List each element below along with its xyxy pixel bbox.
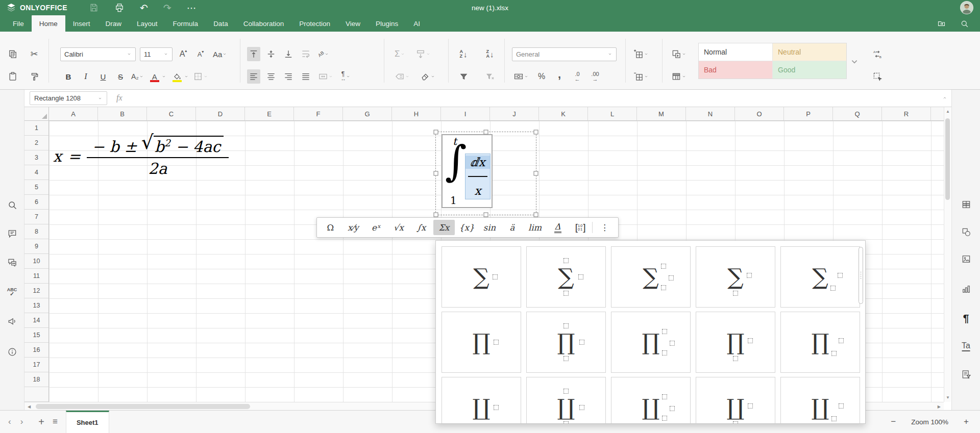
- cell-style-normal[interactable]: Normal: [699, 43, 772, 61]
- add-sheet-icon[interactable]: +: [38, 416, 44, 428]
- row-header-1[interactable]: 1: [24, 121, 48, 136]
- paste-button[interactable]: [6, 69, 19, 84]
- gallery-scroll-thumb[interactable]: [859, 247, 863, 304]
- align-middle-button[interactable]: [264, 47, 278, 61]
- operator-template-plain[interactable]: ∐: [442, 377, 521, 424]
- select-all-corner[interactable]: [24, 107, 49, 121]
- operator-template-plain[interactable]: ∏: [442, 312, 521, 373]
- vertical-scrollbar[interactable]: ▲ ▼: [944, 107, 951, 402]
- format-as-table-button[interactable]: [670, 69, 688, 84]
- filter-button[interactable]: [457, 69, 470, 84]
- paragraph-settings-icon[interactable]: ¶: [963, 312, 969, 324]
- row-header-8[interactable]: 8: [24, 224, 48, 239]
- tab-formula[interactable]: Formula: [165, 15, 206, 32]
- spell-check-icon[interactable]: ABC✓: [7, 288, 17, 296]
- decrease-decimal-button[interactable]: .0←: [571, 69, 584, 84]
- feedback-icon[interactable]: [7, 316, 17, 326]
- column-header-j[interactable]: J: [490, 107, 539, 120]
- font-color-button[interactable]: A: [146, 69, 168, 84]
- column-header-k[interactable]: K: [539, 107, 588, 120]
- font-name-combo[interactable]: Calibri: [60, 47, 136, 61]
- column-header-f[interactable]: F: [294, 107, 343, 120]
- copy-button[interactable]: [6, 47, 19, 61]
- next-sheet-icon[interactable]: ›: [20, 417, 23, 427]
- open-file-location-icon[interactable]: [937, 19, 946, 28]
- eq-operator-button[interactable]: Δ: [547, 220, 569, 235]
- column-header-r[interactable]: R: [882, 107, 931, 120]
- select-button[interactable]: [871, 69, 884, 84]
- cell-style-bad[interactable]: Bad: [699, 61, 772, 79]
- operator-template-above-below[interactable]: ∏: [526, 312, 606, 373]
- slicer-settings-icon[interactable]: [961, 369, 971, 379]
- sheet-list-icon[interactable]: ≡: [53, 417, 58, 427]
- column-header-h[interactable]: H: [392, 107, 441, 120]
- name-box[interactable]: Rectangle 1208: [30, 91, 107, 105]
- resize-handle-w[interactable]: [434, 171, 438, 176]
- operator-template-sup-sub[interactable]: ∑: [611, 246, 691, 308]
- justify-button[interactable]: [299, 69, 312, 84]
- row-header-15[interactable]: 15: [24, 328, 48, 343]
- column-header-n[interactable]: N: [686, 107, 735, 120]
- align-center-button[interactable]: [264, 69, 278, 84]
- fill-button[interactable]: [414, 47, 432, 61]
- eq-bracket-button[interactable]: {x}: [456, 220, 478, 235]
- operator-template-below[interactable]: ∑: [696, 246, 775, 308]
- increase-decimal-button[interactable]: .00→: [589, 69, 602, 84]
- clear-filter-button[interactable]: [483, 69, 497, 84]
- insert-function-icon[interactable]: fx: [116, 93, 122, 103]
- operator-template-sup-sub[interactable]: ∏: [611, 312, 691, 373]
- gallery-scrollbar[interactable]: [859, 245, 864, 418]
- align-top-button[interactable]: [247, 47, 260, 61]
- row-header-5[interactable]: 5: [24, 180, 48, 195]
- strikethrough-button[interactable]: S: [112, 69, 129, 84]
- align-bottom-button[interactable]: [282, 47, 295, 61]
- column-header-c[interactable]: C: [147, 107, 196, 120]
- column-header-g[interactable]: G: [343, 107, 392, 120]
- eq-large-operator-button[interactable]: Σx: [433, 220, 455, 235]
- eq-script-button[interactable]: eˣ: [365, 220, 387, 235]
- operator-template-below[interactable]: ∏: [696, 312, 775, 373]
- row-header-16[interactable]: 16: [24, 343, 48, 358]
- highlight-color-button[interactable]: [169, 69, 190, 84]
- search-toolbar-icon[interactable]: [960, 19, 969, 28]
- underline-button[interactable]: U: [95, 69, 111, 84]
- undo-icon[interactable]: ↶: [140, 3, 148, 13]
- integral-sign[interactable]: ∫: [445, 137, 467, 185]
- formula-input[interactable]: [134, 90, 936, 107]
- decrease-font-button[interactable]: A▾: [194, 47, 207, 61]
- sort-ascending-button[interactable]: AZ↓: [457, 47, 470, 61]
- quadratic-formula-shape[interactable]: x = − b ±√b2 − 4ac 2a: [53, 135, 229, 177]
- autosum-button[interactable]: Σ: [393, 47, 407, 61]
- replace-button[interactable]: [871, 47, 884, 61]
- zoom-level[interactable]: Zoom 100%: [911, 418, 948, 426]
- search-icon[interactable]: [7, 200, 17, 210]
- eq-limit-and-log-button[interactable]: lim: [524, 220, 546, 235]
- bold-button[interactable]: B: [60, 69, 77, 84]
- about-icon[interactable]: [7, 347, 17, 357]
- row-headers[interactable]: 123456789101112131415161718: [24, 121, 49, 402]
- percent-style-button[interactable]: %: [535, 69, 548, 84]
- row-header-partial[interactable]: [24, 387, 48, 402]
- fraction-numerator[interactable]: ⅆx: [465, 156, 490, 169]
- operator-template-subscript[interactable]: ∏: [780, 312, 860, 373]
- horizontal-scroll-thumb[interactable]: [36, 404, 250, 409]
- eq-integral-button[interactable]: ∫x: [410, 220, 432, 235]
- integral-lower-limit[interactable]: 1: [450, 194, 457, 207]
- resize-handle-nw[interactable]: [434, 130, 438, 135]
- chart-settings-icon[interactable]: [961, 284, 971, 294]
- clear-button[interactable]: [419, 69, 437, 84]
- tab-collaboration[interactable]: Collaboration: [236, 15, 292, 32]
- wrap-text-button[interactable]: [299, 47, 312, 61]
- zoom-in-icon[interactable]: +: [964, 417, 969, 427]
- column-header-m[interactable]: M: [637, 107, 686, 120]
- tab-view[interactable]: View: [338, 15, 368, 32]
- operator-template-above-below[interactable]: ∐: [526, 377, 606, 424]
- eq-fraction-button[interactable]: x⁄y: [342, 220, 364, 235]
- row-header-2[interactable]: 2: [24, 136, 48, 150]
- number-format-combo[interactable]: General: [512, 47, 617, 61]
- conditional-formatting-button[interactable]: [670, 47, 688, 61]
- row-header-7[interactable]: 7: [24, 210, 48, 224]
- cell-settings-icon[interactable]: [961, 199, 971, 210]
- cell-styles-more-icon[interactable]: [849, 56, 860, 67]
- row-header-18[interactable]: 18: [24, 372, 48, 387]
